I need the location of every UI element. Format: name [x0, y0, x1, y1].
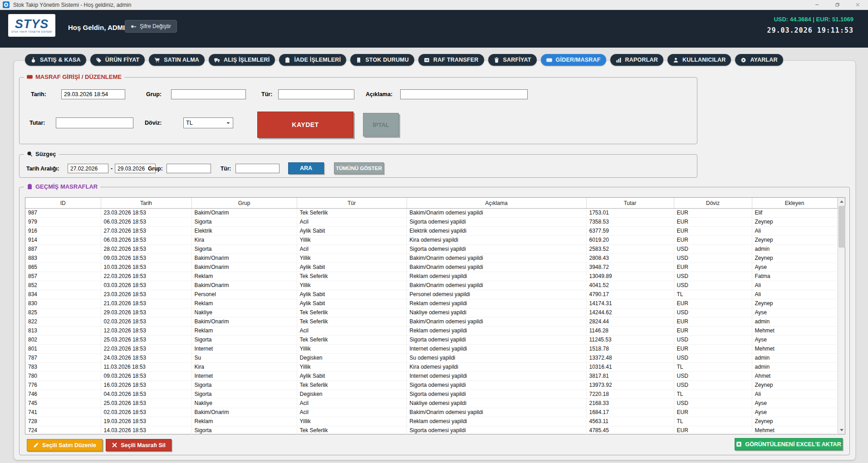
- column-header-aciklama[interactable]: Açıklama: [407, 198, 586, 209]
- table-row[interactable]: 72819.03.2026 18:53ReklamYillikReklam od…: [25, 417, 837, 426]
- cell-id: 776: [25, 381, 101, 390]
- table-row[interactable]: 74102.03.2026 18:53Bakim/OnarimAcilBakim…: [25, 408, 837, 417]
- tab-satin-alma[interactable]: SATIN ALMA: [149, 54, 205, 66]
- tab-gi-der-masraf[interactable]: GİDER/MASRAF: [541, 54, 606, 66]
- cell-grup: Sigorta: [191, 218, 297, 227]
- cell-tarih: 02.03.2026 18:53: [101, 408, 191, 417]
- table-row[interactable]: 86510.03.2026 18:53Bakim/OnarimAylik Sab…: [25, 263, 837, 272]
- change-password-button[interactable]: Şifre Değiştir: [125, 20, 177, 33]
- tab-label: GİDER/MASRAF: [556, 57, 601, 63]
- table-row[interactable]: 97906.03.2026 18:53SigortaAcilSigorta od…: [25, 218, 837, 227]
- chevron-down-icon: [226, 121, 230, 125]
- cell-grup: Su: [191, 354, 297, 363]
- scrollbar-down-arrow[interactable]: [838, 426, 846, 434]
- table-row[interactable]: 85722.03.2026 18:53ReklamTek SeferlikRek…: [25, 272, 837, 281]
- cell-tur: Aylik Sabit: [297, 299, 407, 308]
- cell-id: 783: [25, 363, 101, 372]
- scrollbar-up-arrow[interactable]: [838, 198, 846, 205]
- table-row[interactable]: 88309.03.2026 18:53Bakim/OnarimYillikBak…: [25, 254, 837, 263]
- table-row[interactable]: 72414.03.2026 18:53SigortaTek SeferlikSi…: [25, 426, 837, 435]
- currency-select[interactable]: TL: [183, 117, 233, 128]
- table-row[interactable]: 82202.03.2026 18:53Bakim/OnarimTek Sefer…: [25, 317, 837, 327]
- table-row[interactable]: 78724.03.2026 18:53SuDegiskenSu odemesi …: [25, 354, 837, 363]
- edit-selected-row-button[interactable]: Seçili Satırı Düzenle: [27, 439, 103, 451]
- banknote-icon: [27, 74, 33, 80]
- cancel-button[interactable]: İPTAL: [363, 113, 399, 136]
- table-row[interactable]: 78009.03.2026 18:53InternetAylik SabitIn…: [25, 372, 837, 381]
- column-header-id[interactable]: ID: [25, 198, 101, 209]
- cell-ekleyen: Ali: [752, 290, 837, 299]
- table-row[interactable]: 98723.03.2026 18:53Bakim/OnarimTek Sefer…: [25, 209, 837, 218]
- table-row[interactable]: 74525.03.2026 18:53NakliyeAcilNakliye od…: [25, 399, 837, 408]
- table-scrollbar[interactable]: [838, 198, 845, 434]
- table-row[interactable]: 91627.03.2026 18:53ElektrikAylik SabitEl…: [25, 227, 837, 236]
- tab-kullanicilar[interactable]: KULLANICILAR: [667, 54, 731, 66]
- date-separator: -: [111, 164, 113, 174]
- tutar-input[interactable]: [56, 117, 133, 128]
- cell-tur: Yillik: [297, 236, 407, 245]
- tab-stok-durumu[interactable]: STOK DURUMU: [350, 54, 414, 66]
- tab-label: İADE İŞLEMLERİ: [294, 57, 341, 63]
- filter-tur-input[interactable]: [235, 164, 280, 173]
- cell-grup: Sigorta: [191, 336, 297, 345]
- cell-grup: Bakim/Onarim: [191, 408, 297, 417]
- delete-selected-expense-button[interactable]: Seçili Masrafı Sil: [106, 439, 172, 451]
- table-row[interactable]: 78311.03.2026 18:53KiraYillikKira odemes…: [25, 363, 837, 372]
- cell-tutar: 13372.48: [586, 354, 674, 363]
- table-row[interactable]: 80225.03.2026 18:53SigortaTek SeferlikSi…: [25, 336, 837, 345]
- show-all-button[interactable]: TÜMÜNÜ GÖSTER: [334, 162, 384, 174]
- column-header-doviz[interactable]: Döviz: [674, 198, 752, 209]
- tab-ürün-fi-yat[interactable]: ÜRÜN FİYAT: [90, 54, 145, 66]
- table-row[interactable]: 77616.03.2026 18:53SigortaTek SeferlikSi…: [25, 381, 837, 390]
- table-row[interactable]: 82529.03.2026 18:53NakliyeTek SeferlikNa…: [25, 308, 837, 317]
- aciklama-input[interactable]: [400, 89, 528, 99]
- cell-id: 813: [25, 327, 101, 336]
- column-header-tarih[interactable]: Tarih: [101, 198, 191, 209]
- table-row[interactable]: 88728.02.2026 18:53SigortaAcilSigorta od…: [25, 245, 837, 254]
- save-button[interactable]: KAYDET: [257, 112, 353, 138]
- tab-ayarlar[interactable]: AYARLAR: [735, 54, 783, 66]
- table-row[interactable]: 83021.03.2026 18:53ReklamAylik SabitRekl…: [25, 299, 837, 308]
- tab-i-ade-i-şlemleri-[interactable]: İADE İŞLEMLERİ: [279, 54, 346, 66]
- minimize-button[interactable]: [807, 0, 827, 10]
- tarih-label: Tarih:: [31, 89, 46, 99]
- table-row[interactable]: 83423.03.2026 18:53PersonelAylik SabitPe…: [25, 290, 837, 299]
- cell-doviz: USD: [674, 281, 752, 290]
- column-header-tur[interactable]: Tür: [297, 198, 407, 209]
- tarih-input[interactable]: [61, 89, 125, 99]
- grup-input[interactable]: [171, 89, 246, 99]
- search-button[interactable]: ARA: [288, 162, 324, 174]
- cell-tur: Tek Seferlik: [297, 308, 407, 317]
- cell-id: 987: [25, 209, 101, 218]
- column-header-grup[interactable]: Grup: [191, 198, 297, 209]
- logo: STYS STOK TAKİP YÖNETİM SİSTEMİ: [8, 14, 55, 37]
- export-to-excel-button[interactable]: GÖRÜNTÜLENENİ EXCEL'E AKTAR: [735, 438, 843, 450]
- filter-grup-label: Grup:: [148, 164, 163, 174]
- column-header-tutar[interactable]: Tutar: [586, 198, 674, 209]
- close-button[interactable]: [848, 0, 868, 10]
- date-from-input[interactable]: [68, 164, 108, 173]
- cell-doviz: EUR: [674, 327, 752, 336]
- tur-input[interactable]: [278, 89, 354, 99]
- tab-satiş-kasa[interactable]: SATIŞ & KASA: [25, 54, 86, 66]
- table-row[interactable]: 74604.03.2026 18:53SigortaDegiskenSigort…: [25, 390, 837, 399]
- filter-grup-input[interactable]: [167, 164, 211, 173]
- cell-grup: Bakim/Onarim: [191, 263, 297, 272]
- table-row[interactable]: 91406.03.2026 18:53KiraYillikKira odemes…: [25, 236, 837, 245]
- tab-raporlar[interactable]: RAPORLAR: [610, 54, 663, 66]
- tab-raf-transfer[interactable]: RAF TRANSFER: [418, 54, 484, 66]
- table-row[interactable]: 81312.03.2026 18:53ReklamAcilReklam odem…: [25, 327, 837, 336]
- cell-tutar: 4790.17: [586, 290, 674, 299]
- scrollbar-thumb[interactable]: [839, 206, 845, 248]
- tab-sarfi-yat[interactable]: SARFİYAT: [488, 54, 537, 66]
- column-header-ekleyen[interactable]: Ekleyen: [752, 198, 837, 209]
- tab-aliş-i-şlemleri-[interactable]: ALIŞ İŞLEMLERİ: [209, 54, 275, 66]
- key-icon: [131, 24, 137, 29]
- cell-tutar: 3948.72: [586, 263, 674, 272]
- cell-grup: Nakliye: [191, 399, 297, 408]
- table-row[interactable]: 80122.03.2026 18:53InternetYillikInterne…: [25, 345, 837, 354]
- maximize-button[interactable]: [827, 0, 848, 10]
- clipboard-icon: [27, 184, 33, 190]
- table-row[interactable]: 85203.03.2026 18:53Bakim/OnarimYillikBak…: [25, 281, 837, 290]
- tag-icon: [96, 57, 102, 63]
